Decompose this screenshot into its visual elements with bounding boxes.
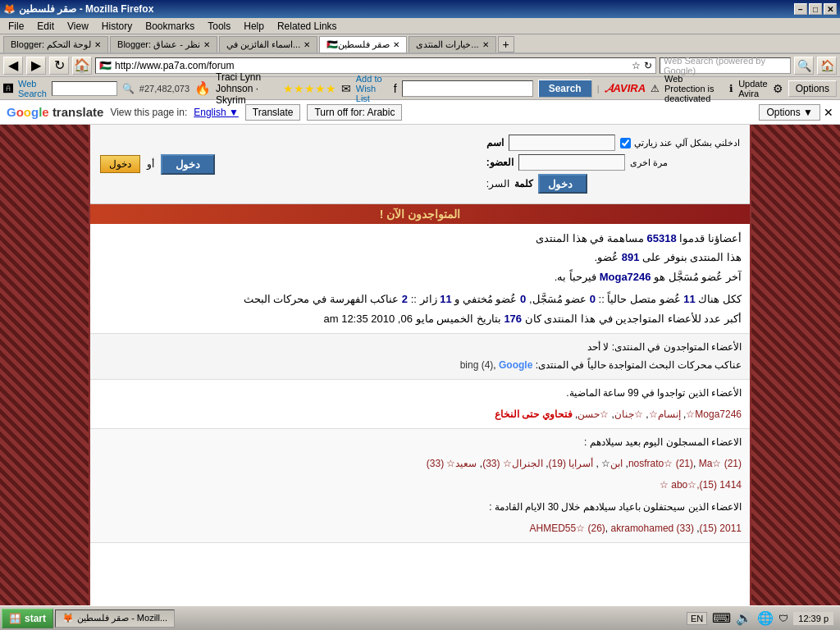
- refresh-icon[interactable]: ↻: [644, 60, 652, 71]
- web-search-input[interactable]: [52, 81, 117, 96]
- bday-asraya[interactable]: أسرايا (19): [549, 458, 594, 469]
- translate-word: translate: [52, 105, 104, 119]
- home-nav-button[interactable]: 🏠: [817, 57, 837, 75]
- bday-abo: abo☆,(15) 1414 ☆: [98, 477, 742, 495]
- home-button[interactable]: 🏠: [72, 57, 92, 75]
- back-button[interactable]: ◀: [3, 57, 23, 75]
- password-row: دخول كلمة السر:: [486, 174, 587, 194]
- menu-bookmarks[interactable]: Bookmarks: [140, 19, 199, 34]
- new-tab-button[interactable]: +: [498, 36, 514, 52]
- minimize-button[interactable]: −: [794, 3, 807, 15]
- user-jinan[interactable]: ☆جنان: [614, 409, 643, 420]
- online-header: المتواجدون الآن !: [90, 204, 750, 224]
- clock-display: 12:39 p: [793, 612, 833, 625]
- menu-help[interactable]: Help: [239, 19, 269, 34]
- menu-related-links[interactable]: Related Links: [272, 19, 342, 34]
- online-num: 11: [683, 293, 695, 305]
- translate-close-icon[interactable]: ✕: [824, 106, 833, 119]
- menu-file[interactable]: File: [3, 19, 29, 34]
- bday-saeed[interactable]: سعيد☆ (33): [427, 458, 477, 469]
- content-area: ادخلني بشكل آلي عند زيارتي اسم مرة اخرى …: [89, 125, 751, 605]
- login-button[interactable]: دخول: [161, 154, 215, 175]
- update-icon: ℹ: [729, 83, 733, 94]
- start-button[interactable]: 🪟 start: [2, 609, 53, 628]
- user-hassan[interactable]: ☆حسن: [578, 409, 609, 420]
- taskbar-firefox-item[interactable]: 🦊 صقر فلسطين - Mozill...: [55, 609, 175, 628]
- menu-view[interactable]: View: [62, 19, 94, 34]
- menu-tools[interactable]: Tools: [203, 19, 235, 34]
- user-fatawy[interactable]: فتحاوي حتى النخاع: [495, 409, 573, 420]
- translate-options: Options ▼ ✕: [759, 104, 833, 121]
- record-line: أكبر عدد للأعضاء المتواجدين في هذا المنت…: [98, 309, 742, 328]
- close-button[interactable]: ✕: [824, 3, 837, 15]
- register-button[interactable]: دخول: [100, 155, 140, 173]
- turnoff-button[interactable]: Turn off for: Arabic: [307, 104, 402, 121]
- maximize-button[interactable]: □: [809, 3, 822, 15]
- mail-icon: ✉: [341, 82, 351, 95]
- tab-label: خيارات المنتدى...: [416, 39, 478, 50]
- bday-ma[interactable]: Ma☆ (21): [699, 458, 742, 469]
- taskbar-network-icon: 🌐: [757, 610, 774, 626]
- up-bday-akram[interactable]: akramohamed (33): [611, 523, 694, 534]
- search-icon[interactable]: 🔍: [122, 83, 135, 94]
- avira-icon: 𝓐AVIRA: [605, 81, 646, 95]
- bookmark-star-icon[interactable]: ☆: [632, 60, 641, 71]
- options-button[interactable]: Options: [788, 80, 837, 97]
- member-label: العضو:: [486, 157, 514, 168]
- reload-button[interactable]: ↻: [49, 57, 69, 75]
- up-bday-2011[interactable]: 2011 (15): [700, 523, 742, 534]
- wishlist-link[interactable]: Add to Wish List: [356, 74, 389, 103]
- tab-blogger-dashboard[interactable]: Blogger: لوحة التحكم ✕: [3, 36, 108, 52]
- tab-flag: 🇵🇸: [326, 39, 338, 50]
- tab-blogger-watch[interactable]: Blogger: نظر - عشاق ✕: [110, 36, 217, 52]
- view-page-in-text: View this page in:: [110, 107, 187, 118]
- tab-saqr[interactable]: 🇵🇸 صقر فلسطين ✕: [319, 36, 407, 52]
- name-row: ادخلني بشكل آلي عند زيارتي اسم: [486, 135, 740, 151]
- tab-winners[interactable]: اسماء الفائزين في... ✕: [219, 36, 317, 52]
- tab-label: Blogger: لوحة التحكم: [11, 39, 91, 50]
- translate-button[interactable]: Translate: [245, 104, 301, 121]
- language-indicator[interactable]: EN: [687, 612, 707, 625]
- tab-close-icon[interactable]: ✕: [94, 40, 101, 49]
- main-search-input[interactable]: [402, 80, 533, 97]
- title-icon: 🦊: [3, 3, 16, 15]
- or-text: أو: [147, 158, 154, 170]
- birthday-header: الاعضاء المسجلون اليوم بعيد سيلادهم :: [98, 434, 742, 452]
- up-bday-ahmed[interactable]: AHMED55☆ (26): [530, 523, 605, 534]
- bday-ibn[interactable]: ابن: [610, 458, 623, 469]
- user-moga[interactable]: Moga7246☆: [686, 409, 742, 420]
- nav-search-placeholder: Web Search (powered by Google): [664, 56, 787, 75]
- site-favicon: 🅰: [3, 83, 13, 94]
- search-button[interactable]: Search: [538, 80, 592, 98]
- menu-edit[interactable]: Edit: [32, 19, 59, 34]
- login-submit-button[interactable]: دخول: [538, 174, 587, 194]
- forward-button[interactable]: ▶: [26, 57, 46, 75]
- member-input[interactable]: [518, 154, 625, 171]
- translate-lang-selector[interactable]: English ▼: [194, 107, 239, 118]
- tab-options[interactable]: خيارات المنتدى... ✕: [409, 36, 495, 52]
- user-info: Traci Lynn Johnson · Skyrim: [216, 71, 278, 106]
- nav-search-button[interactable]: 🔍: [794, 57, 814, 75]
- login-fields: ادخلني بشكل آلي عند زيارتي اسم مرة اخرى …: [486, 135, 740, 194]
- bday-general[interactable]: الجنرال☆ (33): [482, 458, 543, 469]
- bday-nosfrato[interactable]: nosfrato☆ (21): [628, 458, 693, 469]
- bing-link[interactable]: bing (4): [460, 359, 494, 371]
- tab-close-icon[interactable]: ✕: [482, 40, 489, 49]
- menu-history[interactable]: History: [97, 19, 137, 34]
- user-insam[interactable]: إنسام☆: [649, 409, 681, 420]
- stat-line3: آخر عُضو مُسَجَّل هو Moga7246 فيرحباً به…: [98, 267, 742, 286]
- tab-close-icon[interactable]: ✕: [393, 40, 399, 49]
- remember-checkbox[interactable]: [620, 138, 631, 148]
- address-input[interactable]: [115, 60, 628, 71]
- tab-close-icon[interactable]: ✕: [304, 40, 310, 49]
- address-bar[interactable]: 🇵🇸 ☆ ↻: [95, 57, 656, 74]
- bday-abo-link[interactable]: abo☆,(15): [671, 479, 717, 491]
- stat-line2: هذا المنتدى بنوفر على 891 عُضو.: [98, 248, 742, 267]
- start-icon: 🪟: [9, 613, 21, 624]
- stat-count2: 891: [622, 251, 640, 263]
- nav-search-box[interactable]: Web Search (powered by Google): [660, 57, 791, 74]
- tab-close-icon[interactable]: ✕: [203, 40, 210, 49]
- name-input[interactable]: [509, 135, 615, 151]
- translate-options-button[interactable]: Options ▼: [759, 104, 820, 121]
- google-link[interactable]: Google: [499, 359, 532, 371]
